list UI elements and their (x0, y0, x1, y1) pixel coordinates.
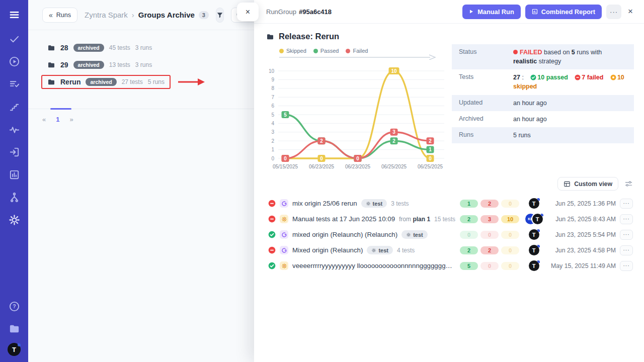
tag-gear-icon (371, 248, 376, 253)
automated-run-icon (280, 246, 288, 254)
milestones-stairs-icon[interactable] (6, 99, 23, 114)
avatar: T (529, 229, 539, 240)
projects-folder-icon[interactable] (6, 321, 23, 336)
failed-count-pill: 3 (480, 215, 499, 223)
rungroup-id: #95a6c418 (299, 8, 332, 16)
legend-item: Failed (346, 48, 368, 54)
combined-report-button[interactable]: Combined Report (525, 5, 602, 19)
folder-row[interactable]: Rerun archived 27 tests 5 runs (41, 73, 254, 90)
run-avatars: KET (523, 214, 544, 224)
run-result-pills: 2 3 10 (460, 215, 519, 223)
folder-row[interactable]: 28 archived 45 tests 3 runs (41, 39, 254, 56)
release-title: Release: Rerun (279, 32, 339, 41)
run-row[interactable]: Mixed origin (Relaunch) test 4 tests 2 2… (268, 242, 633, 258)
run-row[interactable]: veeeerrrrryyyyyyyyyy llooooooooooonnnnng… (268, 258, 633, 274)
back-chevron-icon: « (49, 11, 53, 19)
svg-text:10: 10 (391, 68, 397, 74)
analytics-icon[interactable] (6, 167, 23, 182)
legend-item: Skipped (279, 48, 306, 54)
svg-text:2: 2 (271, 138, 274, 144)
custom-view-button[interactable]: Custom view (557, 177, 618, 191)
filter-button[interactable] (216, 8, 224, 23)
help-icon[interactable]: ? (6, 299, 23, 314)
test-plans-icon[interactable] (6, 76, 23, 92)
passed-count-pill: 1 (460, 200, 478, 208)
folder-runs-count: 5 runs (148, 78, 165, 85)
run-result-pills: 5 0 0 (460, 262, 519, 270)
run-tests-count: 3 tests (391, 200, 409, 207)
run-row[interactable]: mix origin 25/06 rerun test 3 tests 1 2 … (268, 196, 633, 211)
drawer-close-button[interactable]: × (626, 7, 635, 17)
run-more-button[interactable]: ··· (620, 261, 633, 271)
manual-run-icon (280, 261, 288, 270)
skipped-count-pill: 10 (501, 215, 519, 223)
menu-icon[interactable] (6, 7, 23, 22)
run-row[interactable]: mixed origin (Relaunch) (Relaunch) test … (268, 227, 633, 242)
view-settings-sliders-icon[interactable] (624, 179, 633, 188)
breadcrumb-project[interactable]: Zyntra Spark (85, 11, 128, 19)
avatar: T (532, 214, 543, 224)
run-title[interactable]: mixed origin (Relaunch) (Relaunch) (292, 231, 397, 238)
run-row[interactable]: Manual tests at 17 Jun 2025 10:09 from p… (268, 211, 633, 227)
svg-text:4: 4 (271, 121, 274, 126)
svg-text:2: 2 (429, 138, 432, 144)
svg-text:0: 0 (429, 156, 432, 161)
run-more-button[interactable]: ··· (620, 199, 633, 209)
drawer-more-button[interactable]: ··· (606, 5, 621, 19)
svg-text:9: 9 (271, 77, 274, 82)
legend-dot-icon (346, 49, 350, 53)
failed-dot-icon (513, 50, 518, 54)
run-avatars: T (523, 198, 544, 209)
chart-canvas: 01234567891005/15/202506/23/202506/23/20… (260, 60, 450, 174)
svg-text:06/25/2025: 06/25/2025 (418, 164, 443, 169)
runs-count-row: Runs 5 runs (452, 127, 634, 143)
passed-status-icon (268, 262, 276, 269)
svg-text:3: 3 (271, 129, 274, 135)
runs-play-icon[interactable] (6, 54, 23, 69)
panel-header: « Runs Zyntra Spark › Groups Archive 3 (28, 0, 254, 30)
archived-badge: archived (86, 78, 116, 86)
run-more-button[interactable]: ··· (620, 245, 633, 255)
run-more-button[interactable]: ··· (620, 214, 633, 224)
passed-status-icon (268, 231, 276, 238)
passed-count-pill: 0 (460, 231, 478, 239)
pagination-next-button[interactable]: » (69, 116, 73, 123)
settings-gear-icon[interactable] (6, 212, 23, 227)
run-more-button[interactable]: ··· (620, 230, 633, 240)
branches-icon[interactable] (6, 190, 23, 205)
folder-row[interactable]: 29 archived 13 tests 3 runs (41, 56, 254, 73)
svg-text:2: 2 (320, 138, 323, 144)
import-icon[interactable] (6, 144, 23, 159)
run-date: Jun 25, 2025 1:36 PM (548, 200, 616, 207)
run-title[interactable]: Mixed origin (Relaunch) (292, 246, 363, 254)
run-title[interactable]: Manual tests at 17 Jun 2025 10:09 (292, 215, 395, 223)
rungroup-drawer: RunGroup #95a6c418 Manual Run Combined R… (254, 0, 644, 362)
run-title[interactable]: veeeerrrrryyyyyyyyyy llooooooooooonnnnng… (292, 262, 456, 269)
pagination-prev-button[interactable]: « (42, 116, 46, 123)
folder-name[interactable]: 29 (60, 61, 68, 69)
archived-badge: archived (73, 61, 104, 69)
run-avatars: T (523, 229, 544, 240)
breadcrumb-current: Groups Archive (138, 11, 195, 19)
run-tag-badge: test (361, 199, 387, 208)
rungroup-label: RunGroup (266, 8, 296, 16)
table-view-icon (564, 180, 571, 188)
rungroup-info-table: Status FAILED based on 5 runs with reali… (452, 44, 634, 143)
run-title[interactable]: mix origin 25/06 rerun (292, 200, 357, 207)
folder-icon (47, 61, 55, 69)
run-result-pills: 2 2 0 (460, 246, 519, 254)
svg-text:8: 8 (271, 85, 274, 91)
panel-close-button[interactable]: × (237, 3, 259, 21)
pagination-page-current[interactable]: 1 (56, 116, 59, 123)
pulse-activity-icon[interactable] (6, 122, 23, 137)
user-avatar[interactable]: T (8, 343, 21, 356)
folder-name[interactable]: Rerun (60, 78, 80, 86)
back-to-runs-button[interactable]: « Runs (42, 8, 77, 23)
funnel-icon (216, 12, 223, 19)
svg-text:1: 1 (429, 147, 432, 152)
tests-check-icon[interactable] (6, 31, 23, 46)
folder-runs-count: 3 runs (135, 61, 152, 68)
manual-run-button[interactable]: Manual Run (462, 5, 521, 19)
run-date: May 15, 2025 11:49 AM (548, 262, 616, 269)
folder-name[interactable]: 28 (60, 44, 68, 52)
